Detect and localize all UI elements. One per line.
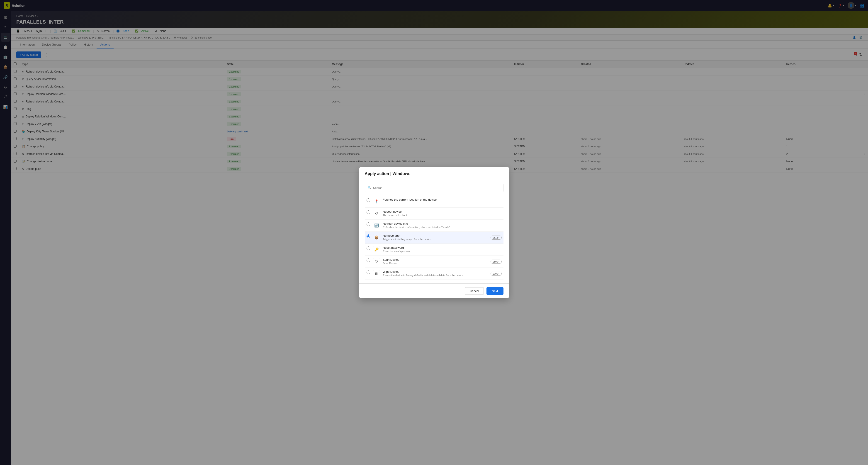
apply-action-modal: Apply action | Windows 🔍 📍 Fetches the c… (359, 167, 509, 298)
action-info: Reboot device The device will reboot (383, 210, 502, 217)
action-list-item[interactable]: 📍 Fetches the current location of the de… (365, 196, 503, 208)
action-list-item[interactable]: ↺ Reboot device The device will reboot (365, 208, 503, 220)
action-list-item[interactable]: 🔄 Refresh device info Refreshes the devi… (365, 220, 503, 232)
action-list: 📍 Fetches the current location of the de… (365, 196, 503, 280)
action-info: Fetches the current location of the devi… (383, 198, 502, 201)
next-button[interactable]: Next (487, 287, 503, 295)
modal-footer: Cancel Next (359, 283, 509, 298)
action-info: Remove app Triggers uninstalling an app … (383, 234, 488, 241)
action-radio[interactable] (367, 210, 370, 214)
action-list-item[interactable]: 📦 Remove app Triggers uninstalling an ap… (365, 232, 503, 244)
action-list-item[interactable]: 🔑 Reset password Reset the user's passwo… (365, 244, 503, 256)
version-badge: 1709+ (491, 272, 502, 276)
action-icon: 🗑 (373, 270, 380, 277)
action-radio[interactable] (367, 258, 370, 262)
cancel-button[interactable]: Cancel (465, 287, 484, 295)
action-info: Refresh device info Refreshes the device… (383, 222, 502, 228)
modal-title: Apply action | Windows (365, 172, 503, 176)
action-desc: Refreshes the device information, which … (383, 226, 502, 228)
action-info: Reset password Reset the user's password (383, 246, 502, 253)
action-name: Reboot device (383, 210, 502, 213)
action-desc: Scan Device (383, 262, 488, 265)
action-name: Wipe Device (383, 270, 488, 273)
action-icon: 🔄 (373, 222, 380, 229)
action-list-item[interactable]: 🛡 Scan Device Scan Device 1809+ (365, 256, 503, 268)
action-name: Scan Device (383, 258, 488, 261)
modal-header: Apply action | Windows (359, 167, 509, 180)
action-icon: 📦 (373, 234, 380, 241)
action-name: Fetches the current location of the devi… (383, 198, 502, 201)
action-desc: Reset the user's password (383, 250, 502, 253)
action-icon: ↺ (373, 210, 380, 217)
action-icon: 📍 (373, 198, 380, 205)
action-list-item[interactable]: 🗑 Wipe Device Resets the device to facto… (365, 268, 503, 280)
action-desc: The device will reboot (383, 214, 502, 217)
action-radio[interactable] (367, 198, 370, 202)
search-input[interactable] (365, 184, 503, 192)
action-radio[interactable] (367, 271, 370, 274)
action-desc: Resets the device to factory defaults an… (383, 274, 488, 277)
version-badge: 1511+ (491, 236, 502, 240)
action-radio[interactable] (367, 222, 370, 226)
action-name: Remove app (383, 234, 488, 237)
action-name: Reset password (383, 246, 502, 249)
action-radio[interactable] (367, 235, 370, 238)
action-info: Wipe Device Resets the device to factory… (383, 270, 488, 277)
search-icon: 🔍 (368, 186, 371, 189)
action-radio[interactable] (367, 246, 370, 250)
action-icon: 🛡 (373, 258, 380, 265)
modal-body: 🔍 📍 Fetches the current location of the … (359, 180, 509, 283)
modal-overlay[interactable]: Apply action | Windows 🔍 📍 Fetches the c… (0, 0, 868, 465)
search-wrapper: 🔍 (365, 184, 503, 192)
action-name: Refresh device info (383, 222, 502, 225)
version-badge: 1809+ (491, 259, 502, 264)
action-info: Scan Device Scan Device (383, 258, 488, 265)
action-desc: Triggers uninstalling an app from the de… (383, 238, 488, 241)
action-icon: 🔑 (373, 246, 380, 253)
